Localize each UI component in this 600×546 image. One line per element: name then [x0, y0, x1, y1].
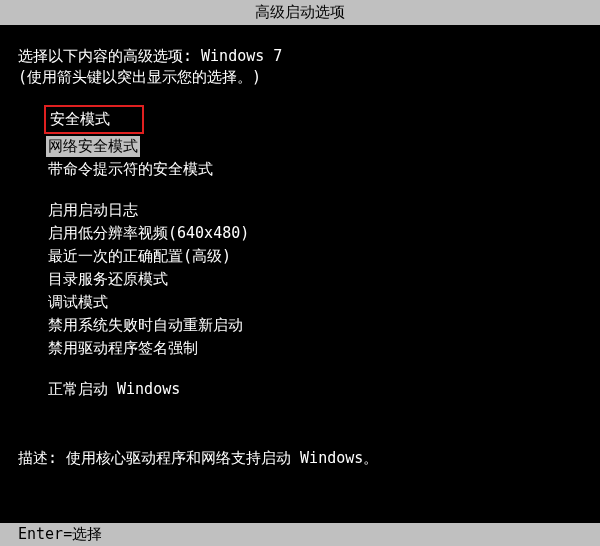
- option-boot-logging[interactable]: 启用启动日志: [48, 200, 582, 221]
- option-debug[interactable]: 调试模式: [48, 292, 582, 313]
- option-ds-restore[interactable]: 目录服务还原模式: [48, 269, 582, 290]
- selected-option: 网络安全模式: [46, 136, 140, 157]
- hint-line: (使用箭头键以突出显示您的选择。): [18, 68, 582, 87]
- prompt-line: 选择以下内容的高级选项: Windows 7: [18, 47, 582, 66]
- title-text: 高级启动选项: [255, 3, 345, 21]
- footer: Enter=选择: [0, 523, 600, 546]
- option-low-res[interactable]: 启用低分辨率视频(640x480): [48, 223, 582, 244]
- description-line: 描述: 使用核心驱动程序和网络支持启动 Windows。: [0, 449, 378, 468]
- option-disable-auto-restart[interactable]: 禁用系统失败时自动重新启动: [48, 315, 582, 336]
- highlight-box-annotation: 安全模式: [44, 105, 144, 134]
- options-list[interactable]: 安全模式 网络安全模式 带命令提示符的安全模式 启用启动日志 启用低分辨率视频(…: [18, 105, 582, 400]
- title-bar: 高级启动选项: [0, 0, 600, 25]
- content-area: 选择以下内容的高级选项: Windows 7 (使用箭头键以突出显示您的选择。)…: [0, 25, 600, 400]
- option-safe-mode-cmd[interactable]: 带命令提示符的安全模式: [48, 159, 582, 180]
- description-label: 描述:: [18, 449, 66, 467]
- footer-bar: Enter=选择: [0, 523, 600, 546]
- option-safe-mode[interactable]: 安全模式: [48, 105, 582, 134]
- option-start-normally[interactable]: 正常启动 Windows: [48, 379, 582, 400]
- footer-text: Enter=选择: [18, 525, 102, 543]
- option-disable-driver-sig[interactable]: 禁用驱动程序签名强制: [48, 338, 582, 359]
- option-last-known-good[interactable]: 最近一次的正确配置(高级): [48, 246, 582, 267]
- boot-menu-screen: 高级启动选项 选择以下内容的高级选项: Windows 7 (使用箭头键以突出显…: [0, 0, 600, 546]
- option-safe-mode-networking[interactable]: 网络安全模式: [48, 136, 582, 157]
- description-text: 使用核心驱动程序和网络支持启动 Windows。: [66, 449, 378, 467]
